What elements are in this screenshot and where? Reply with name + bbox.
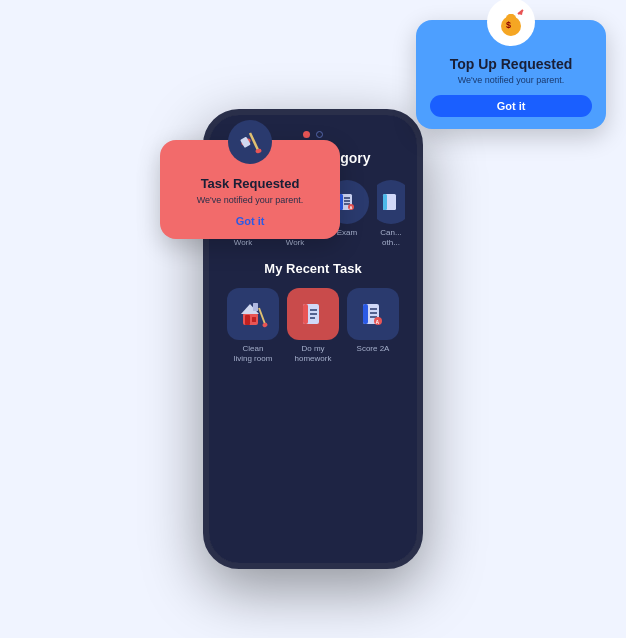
topup-popup-subtitle: We've notified your parent. <box>430 75 592 85</box>
svg-rect-46 <box>508 14 514 19</box>
recent-item-score[interactable]: A Score 2A <box>347 288 399 363</box>
other-icon <box>377 180 405 224</box>
dot-active <box>303 131 310 138</box>
svg-rect-20 <box>383 194 387 210</box>
svg-line-40 <box>250 133 258 150</box>
recent-task-title: My Recent Task <box>264 261 361 276</box>
dot-inactive <box>316 131 323 138</box>
svg-rect-23 <box>252 317 256 322</box>
phone-status-dots <box>303 131 323 138</box>
svg-rect-34 <box>363 304 368 324</box>
score-label: Score 2A <box>357 344 390 354</box>
homework-icon <box>287 288 339 340</box>
task-popup-title: Task Requested <box>174 176 326 191</box>
score-icon: A <box>347 288 399 340</box>
svg-text:A: A <box>350 205 353 210</box>
topup-popup-icon: $ <box>487 0 535 46</box>
clean-label: Cleanliving room <box>234 344 273 363</box>
svg-text:$: $ <box>506 20 511 30</box>
svg-line-26 <box>259 308 265 324</box>
category-item-other[interactable]: Can...oth... <box>377 180 405 247</box>
recent-item-clean[interactable]: Cleanliving room <box>227 288 279 363</box>
clean-icon <box>227 288 279 340</box>
task-popup-icon <box>228 120 272 164</box>
exam-label: Exam <box>337 228 357 238</box>
topup-requested-popup: $ Top Up Requested We've notified your p… <box>416 20 606 129</box>
svg-point-27 <box>262 322 268 327</box>
svg-rect-22 <box>245 315 250 325</box>
homework-label: Do myhomework <box>295 344 332 363</box>
task-requested-popup: Task Requested We've notified your paren… <box>160 140 340 239</box>
svg-rect-25 <box>253 303 258 311</box>
svg-rect-43 <box>240 137 251 148</box>
svg-rect-29 <box>303 304 308 324</box>
topup-popup-title: Top Up Requested <box>430 56 592 72</box>
task-popup-subtitle: We've notified your parent. <box>174 195 326 205</box>
topup-popup-got-it-button[interactable]: Got it <box>430 95 592 117</box>
recent-item-homework[interactable]: Do myhomework <box>287 288 339 363</box>
task-popup-got-it-button[interactable]: Got it <box>174 215 326 227</box>
svg-point-41 <box>255 148 262 153</box>
recent-task-row: Cleanliving room <box>227 288 399 363</box>
other-label: Can...oth... <box>380 228 401 247</box>
svg-text:A: A <box>376 319 380 325</box>
